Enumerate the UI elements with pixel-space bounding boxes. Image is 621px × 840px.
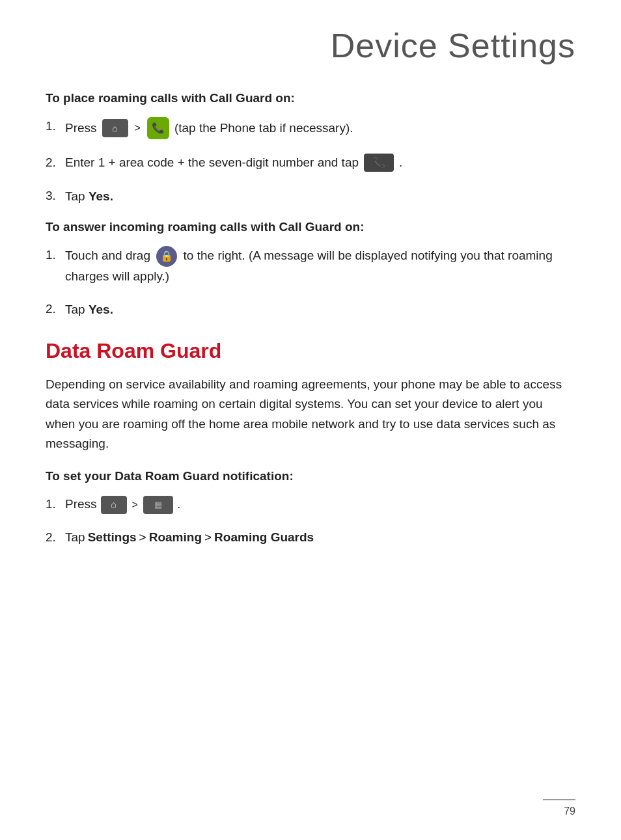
dr-step2-bold3: Roaming Guards (214, 528, 314, 547)
dr-step2-text3: > (204, 528, 212, 547)
data-roam-step2: 2. Tap Settings > Roaming > Roaming Guar… (46, 528, 575, 547)
step2-text1: Enter 1 + area code + the seven-digit nu… (65, 154, 359, 172)
data-roam-step1: 1. Press ⌂ > ▦ . (46, 495, 575, 514)
data-roam-title: Data Roam Guard (46, 339, 575, 363)
step3-bold: Yes. (89, 189, 113, 203)
data-roam-step2-content: Tap Settings > Roaming > Roaming Guards (65, 528, 314, 547)
step1-text3: (tap the Phone tab if necessary). (174, 119, 353, 138)
dr-step1-text3: . (177, 495, 180, 514)
data-roam-heading: To set your Data Roam Guard notification… (46, 469, 575, 483)
dr-step2-text1: Tap (65, 528, 85, 547)
footer-line (543, 799, 575, 800)
data-roam-step-num-2: 2. (46, 528, 65, 547)
step-number-2: 2. (46, 154, 65, 172)
step4-text1: Touch and drag (65, 249, 150, 262)
step5-bold: Yes. (89, 303, 113, 316)
step-4-content: Touch and drag 🔒 to the right. (A messag… (65, 246, 575, 286)
dr-step1-text1: Press (65, 495, 97, 514)
page-footer: 79 (543, 799, 575, 817)
step-5-content: Tap Yes. (65, 300, 575, 319)
step3-text: Tap (65, 189, 89, 203)
home-button-icon: ⌂ (102, 119, 128, 137)
home-symbol: ⌂ (112, 122, 117, 135)
step-roaming-1: 1. Press ⌂ > 📞 (tap the Phone tab if nec… (46, 117, 575, 139)
page-container: Device Settings To place roaming calls w… (0, 0, 621, 840)
dr-home-symbol: ⌂ (111, 498, 116, 511)
roaming-calls-heading1: To place roaming calls with Call Guard o… (46, 91, 575, 105)
step-number-4: 1. (46, 246, 65, 265)
step-roaming-3: 3. Tap Yes. (46, 187, 575, 206)
active-call-button-icon: 📞 (364, 154, 394, 172)
step5-text: Tap (65, 303, 89, 316)
dr-arrow: > (132, 497, 138, 513)
step-1-content: Press ⌂ > 📞 (tap the Phone tab if necess… (65, 117, 353, 139)
step-number-5: 2. (46, 300, 65, 319)
dr-step2-text2: > (139, 528, 146, 547)
dr-home-button-icon: ⌂ (101, 496, 127, 514)
step-3-content: Tap Yes. (65, 187, 575, 206)
settings-symbol: ▦ (154, 498, 162, 511)
step-roaming-2: 2. Enter 1 + area code + the seven-digit… (46, 154, 575, 172)
step1-text1: Press (65, 119, 97, 138)
data-roam-step-num-1: 1. (46, 495, 65, 514)
step-number-3: 3. (46, 187, 65, 206)
phone-icon: 📞 (152, 120, 165, 136)
step-answer-2: 2. Tap Yes. (46, 300, 575, 319)
phone-tab-icon: 📞 (147, 117, 169, 139)
settings-button-icon: ▦ (143, 496, 173, 514)
step2-text2: . (399, 154, 402, 172)
page-title: Device Settings (46, 26, 575, 65)
lock-symbol: 🔒 (160, 249, 173, 265)
data-roam-step1-content: Press ⌂ > ▦ . (65, 495, 180, 514)
page-number: 79 (564, 806, 575, 817)
arrow-1: > (135, 120, 141, 136)
roaming-calls-heading2: To answer incoming roaming calls with Ca… (46, 220, 575, 234)
step-number-1: 1. (46, 117, 65, 136)
dr-step2-bold2: Roaming (149, 528, 202, 547)
step-2-content: Enter 1 + area code + the seven-digit nu… (65, 154, 402, 172)
data-roam-paragraph: Depending on service availability and ro… (46, 375, 575, 454)
dr-step2-bold1: Settings (88, 528, 137, 547)
lock-icon: 🔒 (156, 246, 177, 267)
step-answer-1: 1. Touch and drag 🔒 to the right. (A mes… (46, 246, 575, 286)
call-green-icon: 📞 (372, 155, 385, 170)
